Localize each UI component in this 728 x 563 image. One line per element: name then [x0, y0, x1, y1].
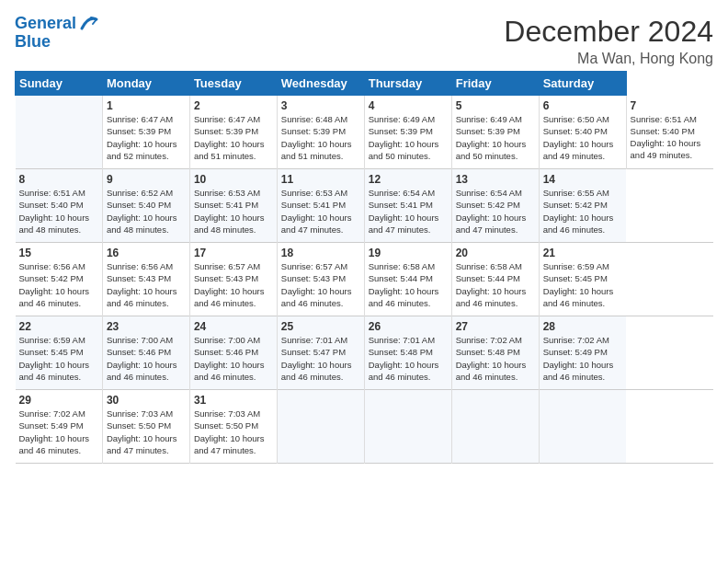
day-info: Sunrise: 7:02 AMSunset: 5:49 PMDaylight:… — [543, 334, 622, 383]
day-number: 6 — [543, 99, 622, 112]
weekday-header-tuesday: Tuesday — [189, 72, 277, 96]
weekday-header-thursday: Thursday — [364, 72, 451, 96]
day-info: Sunrise: 6:47 AMSunset: 5:39 PMDaylight:… — [194, 113, 273, 162]
day-cell: 7Sunrise: 6:51 AMSunset: 5:40 PMDaylight… — [626, 96, 713, 169]
day-cell: 23Sunrise: 7:00 AMSunset: 5:46 PMDayligh… — [102, 316, 189, 390]
day-number: 19 — [369, 247, 448, 259]
logo: General Blue — [15, 15, 98, 52]
week-row-5: 29Sunrise: 7:02 AMSunset: 5:49 PMDayligh… — [16, 390, 714, 464]
weekday-header-saturday: Saturday — [539, 72, 626, 96]
day-cell: 15Sunrise: 6:56 AMSunset: 5:42 PMDayligh… — [16, 243, 103, 316]
day-cell: 16Sunrise: 6:56 AMSunset: 5:43 PMDayligh… — [102, 243, 189, 316]
day-number: 26 — [369, 320, 448, 333]
day-info: Sunrise: 6:57 AMSunset: 5:43 PMDaylight:… — [194, 260, 273, 309]
weekday-header-wednesday: Wednesday — [277, 72, 364, 96]
day-cell — [451, 390, 539, 464]
day-number: 27 — [456, 320, 535, 333]
day-number: 11 — [281, 173, 360, 186]
page-container: General Blue December 2024 Ma Wan, Hong … — [0, 0, 728, 471]
day-cell: 11Sunrise: 6:53 AMSunset: 5:41 PMDayligh… — [277, 169, 364, 243]
day-cell: 18Sunrise: 6:57 AMSunset: 5:43 PMDayligh… — [277, 243, 364, 316]
day-number: 9 — [107, 173, 186, 186]
day-info: Sunrise: 6:48 AMSunset: 5:39 PMDaylight:… — [281, 113, 360, 162]
week-row-1: 1Sunrise: 6:47 AMSunset: 5:39 PMDaylight… — [16, 96, 714, 169]
day-info: Sunrise: 6:50 AMSunset: 5:40 PMDaylight:… — [543, 113, 622, 162]
day-cell: 13Sunrise: 6:54 AMSunset: 5:42 PMDayligh… — [451, 169, 539, 243]
day-number: 18 — [281, 247, 360, 259]
day-info: Sunrise: 6:58 AMSunset: 5:44 PMDaylight:… — [456, 260, 535, 309]
header: General Blue December 2024 Ma Wan, Hong … — [15, 15, 713, 67]
day-info: Sunrise: 6:51 AMSunset: 5:40 PMDaylight:… — [19, 187, 98, 236]
day-number: 25 — [281, 320, 360, 333]
day-number: 13 — [456, 173, 535, 186]
day-info: Sunrise: 6:49 AMSunset: 5:39 PMDaylight:… — [369, 113, 448, 162]
day-cell: 30Sunrise: 7:03 AMSunset: 5:50 PMDayligh… — [102, 390, 189, 464]
day-info: Sunrise: 6:52 AMSunset: 5:40 PMDaylight:… — [107, 187, 186, 236]
day-cell — [364, 390, 451, 464]
title-block: December 2024 Ma Wan, Hong Kong — [504, 15, 713, 67]
day-number: 5 — [456, 99, 535, 112]
day-info: Sunrise: 7:03 AMSunset: 5:50 PMDaylight:… — [107, 408, 186, 456]
day-cell: 1Sunrise: 6:47 AMSunset: 5:39 PMDaylight… — [102, 96, 189, 169]
logo-text: General — [15, 15, 76, 33]
location-title: Ma Wan, Hong Kong — [504, 51, 713, 67]
weekday-header-monday: Monday — [102, 72, 189, 96]
day-cell: 28Sunrise: 7:02 AMSunset: 5:49 PMDayligh… — [539, 316, 626, 390]
day-cell: 5Sunrise: 6:49 AMSunset: 5:39 PMDaylight… — [451, 96, 539, 169]
day-cell: 31Sunrise: 7:03 AMSunset: 5:50 PMDayligh… — [189, 390, 277, 464]
day-cell: 25Sunrise: 7:01 AMSunset: 5:47 PMDayligh… — [277, 316, 364, 390]
weekday-header-row: SundayMondayTuesdayWednesdayThursdayFrid… — [16, 72, 714, 96]
day-info: Sunrise: 6:47 AMSunset: 5:39 PMDaylight:… — [107, 113, 186, 162]
day-cell: 21Sunrise: 6:59 AMSunset: 5:45 PMDayligh… — [539, 243, 626, 316]
day-number: 14 — [543, 173, 622, 186]
day-number: 2 — [194, 99, 273, 112]
day-number: 12 — [369, 173, 448, 186]
logo-subtext: Blue — [15, 33, 98, 52]
day-number: 15 — [19, 247, 98, 259]
day-cell: 8Sunrise: 6:51 AMSunset: 5:40 PMDaylight… — [16, 169, 103, 243]
day-cell: 17Sunrise: 6:57 AMSunset: 5:43 PMDayligh… — [189, 243, 277, 316]
day-info: Sunrise: 6:49 AMSunset: 5:39 PMDaylight:… — [456, 113, 535, 162]
day-number: 22 — [19, 320, 98, 333]
day-info: Sunrise: 6:59 AMSunset: 5:45 PMDaylight:… — [19, 334, 98, 383]
day-info: Sunrise: 6:53 AMSunset: 5:41 PMDaylight:… — [194, 187, 273, 236]
day-cell: 20Sunrise: 6:58 AMSunset: 5:44 PMDayligh… — [451, 243, 539, 316]
day-number: 17 — [194, 247, 273, 259]
weekday-header-sunday: Sunday — [16, 72, 103, 96]
day-number: 24 — [194, 320, 273, 333]
day-number: 8 — [19, 173, 98, 186]
day-number: 23 — [107, 320, 186, 333]
day-info: Sunrise: 7:03 AMSunset: 5:50 PMDaylight:… — [194, 408, 273, 456]
day-info: Sunrise: 6:56 AMSunset: 5:42 PMDaylight:… — [19, 260, 98, 309]
day-info: Sunrise: 6:51 AMSunset: 5:40 PMDaylight:… — [631, 113, 710, 162]
day-cell: 4Sunrise: 6:49 AMSunset: 5:39 PMDaylight… — [364, 96, 451, 169]
day-info: Sunrise: 6:55 AMSunset: 5:42 PMDaylight:… — [543, 187, 622, 236]
day-cell: 3Sunrise: 6:48 AMSunset: 5:39 PMDaylight… — [277, 96, 364, 169]
day-cell: 12Sunrise: 6:54 AMSunset: 5:41 PMDayligh… — [364, 169, 451, 243]
day-number: 10 — [194, 173, 273, 186]
day-info: Sunrise: 6:53 AMSunset: 5:41 PMDaylight:… — [281, 187, 360, 236]
day-cell: 2Sunrise: 6:47 AMSunset: 5:39 PMDaylight… — [189, 96, 277, 169]
day-number: 3 — [281, 99, 360, 112]
day-info: Sunrise: 7:00 AMSunset: 5:46 PMDaylight:… — [194, 334, 273, 383]
day-cell: 6Sunrise: 6:50 AMSunset: 5:40 PMDaylight… — [539, 96, 626, 169]
day-number: 29 — [19, 394, 98, 407]
day-info: Sunrise: 6:59 AMSunset: 5:45 PMDaylight:… — [543, 260, 622, 309]
day-info: Sunrise: 6:58 AMSunset: 5:44 PMDaylight:… — [369, 260, 448, 309]
day-number: 7 — [631, 99, 710, 112]
day-cell: 9Sunrise: 6:52 AMSunset: 5:40 PMDaylight… — [102, 169, 189, 243]
day-number: 21 — [543, 247, 622, 259]
day-cell: 10Sunrise: 6:53 AMSunset: 5:41 PMDayligh… — [189, 169, 277, 243]
day-cell — [16, 96, 103, 169]
day-info: Sunrise: 6:54 AMSunset: 5:41 PMDaylight:… — [369, 187, 448, 236]
day-cell: 22Sunrise: 6:59 AMSunset: 5:45 PMDayligh… — [16, 316, 103, 390]
day-info: Sunrise: 7:01 AMSunset: 5:48 PMDaylight:… — [369, 334, 448, 383]
day-number: 4 — [369, 99, 448, 112]
day-info: Sunrise: 7:00 AMSunset: 5:46 PMDaylight:… — [107, 334, 186, 383]
weekday-header-friday: Friday — [451, 72, 539, 96]
day-cell: 29Sunrise: 7:02 AMSunset: 5:49 PMDayligh… — [16, 390, 103, 464]
day-cell: 24Sunrise: 7:00 AMSunset: 5:46 PMDayligh… — [189, 316, 277, 390]
day-cell: 26Sunrise: 7:01 AMSunset: 5:48 PMDayligh… — [364, 316, 451, 390]
calendar-table: SundayMondayTuesdayWednesdayThursdayFrid… — [15, 71, 713, 464]
day-cell: 14Sunrise: 6:55 AMSunset: 5:42 PMDayligh… — [539, 169, 626, 243]
